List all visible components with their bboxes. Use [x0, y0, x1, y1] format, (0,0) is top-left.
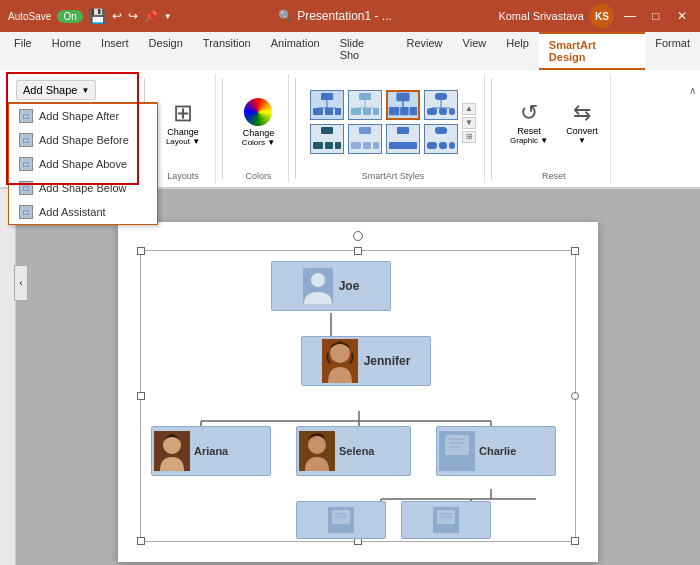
autosave-toggle[interactable]: On — [57, 10, 82, 23]
layout-arrow: Layout ▼ — [166, 137, 200, 146]
left-panel — [0, 189, 16, 565]
layout-icon: ⊞ — [173, 99, 193, 127]
add-before-icon: □ — [19, 133, 33, 147]
tab-format[interactable]: Format — [645, 32, 700, 70]
divider-4 — [491, 78, 492, 179]
tab-home[interactable]: Home — [42, 32, 91, 70]
tab-design[interactable]: Design — [139, 32, 193, 70]
tab-review[interactable]: Review — [396, 32, 452, 70]
svg-rect-6 — [359, 93, 371, 100]
svg-rect-18 — [427, 108, 437, 115]
jennifer-photo — [322, 339, 358, 383]
colors-icon — [244, 98, 272, 126]
tab-transition[interactable]: Transition — [193, 32, 261, 70]
style-4[interactable] — [424, 90, 458, 120]
redo-icon[interactable]: ↪ — [128, 9, 138, 23]
close-button[interactable]: ✕ — [672, 6, 692, 26]
colors-label: Change — [243, 128, 275, 138]
sub-node-1[interactable] — [296, 501, 386, 539]
minimize-button[interactable]: — — [620, 6, 640, 26]
selena-name: Selena — [339, 445, 374, 457]
undo-icon[interactable]: ↩ — [112, 9, 122, 23]
jennifer-node[interactable]: Jennifer — [301, 336, 431, 386]
sub1-photo — [328, 507, 354, 533]
tab-smartart-design[interactable]: SmartArt Design — [539, 32, 645, 70]
style-scroll-up[interactable]: ▲ — [462, 103, 476, 115]
add-assistant-label: Add Assistant — [39, 206, 106, 218]
style-1[interactable] — [310, 90, 344, 120]
autosave-label: AutoSave — [8, 11, 51, 22]
svg-rect-7 — [351, 108, 361, 115]
ribbon-tabs: File Home Insert Design Transition Anima… — [0, 32, 700, 70]
rotate-handle[interactable] — [353, 231, 363, 241]
add-shape-above-label: Add Shape Above — [39, 158, 127, 170]
style-6[interactable] — [348, 124, 382, 154]
selena-node[interactable]: Selena — [296, 426, 411, 476]
style-3-selected[interactable] — [386, 90, 420, 120]
svg-rect-0 — [321, 93, 333, 100]
svg-point-49 — [311, 273, 325, 287]
add-shape-button[interactable]: Add Shape ▼ — [16, 80, 96, 100]
joe-node[interactable]: Joe — [271, 261, 391, 311]
svg-rect-2 — [325, 108, 333, 115]
style-7[interactable] — [386, 124, 420, 154]
style-2[interactable] — [348, 90, 382, 120]
svg-rect-14 — [400, 106, 408, 114]
svg-rect-57 — [445, 435, 469, 455]
add-shape-before-item[interactable]: □ Add Shape Before — [9, 128, 157, 152]
smartart-styles-label: SmartArt Styles — [362, 171, 425, 181]
title-bar: AutoSave On 💾 ↩ ↪ 📌 ▼ 🔍 Presentation1 - … — [0, 0, 700, 32]
panel-collapse-button[interactable]: ‹ — [14, 265, 28, 301]
svg-rect-28 — [351, 142, 361, 149]
tab-help[interactable]: Help — [496, 32, 539, 70]
svg-rect-20 — [449, 108, 455, 115]
add-shape-arrow: ▼ — [81, 86, 89, 95]
svg-rect-27 — [359, 127, 371, 134]
tab-file[interactable]: File — [4, 32, 42, 70]
collapse-ribbon-button[interactable]: ∧ — [689, 84, 696, 96]
user-name: Komal Srivastava — [498, 10, 584, 22]
convert-button[interactable]: ⇆ Convert ▼ — [562, 98, 602, 147]
change-colors-button[interactable]: Change Colors ▼ — [238, 96, 279, 149]
tab-insert[interactable]: Insert — [91, 32, 139, 70]
charlie-node[interactable]: Charlie — [436, 426, 556, 476]
title-bar-left: AutoSave On 💾 ↩ ↪ 📌 ▼ — [8, 8, 172, 24]
convert-icon: ⇆ — [573, 100, 591, 126]
ariana-node[interactable]: Ariana — [151, 426, 271, 476]
svg-rect-33 — [435, 127, 447, 134]
add-shape-after-label: Add Shape After — [39, 110, 119, 122]
style-5[interactable] — [310, 124, 344, 154]
svg-rect-24 — [313, 142, 323, 149]
add-shape-above-item[interactable]: □ Add Shape Above — [9, 152, 157, 176]
divider-3 — [295, 78, 296, 179]
svg-rect-19 — [439, 108, 447, 115]
style-more[interactable]: ⊞ — [462, 131, 476, 143]
change-layout-button[interactable]: ⊞ Change Layout ▼ — [162, 97, 204, 148]
tab-view[interactable]: View — [453, 32, 497, 70]
title-bar-right: Komal Srivastava KS — □ ✕ — [498, 4, 692, 28]
style-8[interactable] — [424, 124, 458, 154]
tab-slideshow[interactable]: Slide Sho — [330, 32, 397, 70]
tab-animation[interactable]: Animation — [261, 32, 330, 70]
svg-rect-26 — [335, 142, 341, 149]
maximize-button[interactable]: □ — [646, 6, 666, 26]
save-icon[interactable]: 💾 — [89, 8, 106, 24]
add-shape-after-item[interactable]: □ Add Shape After — [9, 104, 157, 128]
sub2-photo — [433, 507, 459, 533]
add-shape-label: Add Shape — [23, 84, 77, 96]
smartart-selection-box[interactable]: Joe Jennife — [140, 250, 576, 542]
selena-photo — [299, 431, 335, 471]
reset-graphic-button[interactable]: ↺ Reset Graphic ▼ — [506, 98, 552, 147]
add-shape-below-item[interactable]: □ Add Shape Below — [9, 176, 157, 200]
charlie-photo — [439, 431, 475, 471]
add-shape-group: Add Shape ▼ ← Promote ▲ ▼ ◀ — [8, 74, 138, 183]
style-scroll-down[interactable]: ▼ — [462, 117, 476, 129]
layouts-group-label: Layouts — [167, 171, 199, 181]
sub-node-2[interactable] — [401, 501, 491, 539]
slide-container[interactable]: ‹ — [16, 189, 700, 565]
dropdown-icon[interactable]: ▼ — [164, 12, 172, 21]
title-bar-center: 🔍 Presentation1 - ... — [278, 9, 392, 23]
joe-photo — [303, 268, 333, 304]
pin-icon[interactable]: 📌 — [144, 10, 158, 23]
add-assistant-item[interactable]: □ Add Assistant — [9, 200, 157, 224]
